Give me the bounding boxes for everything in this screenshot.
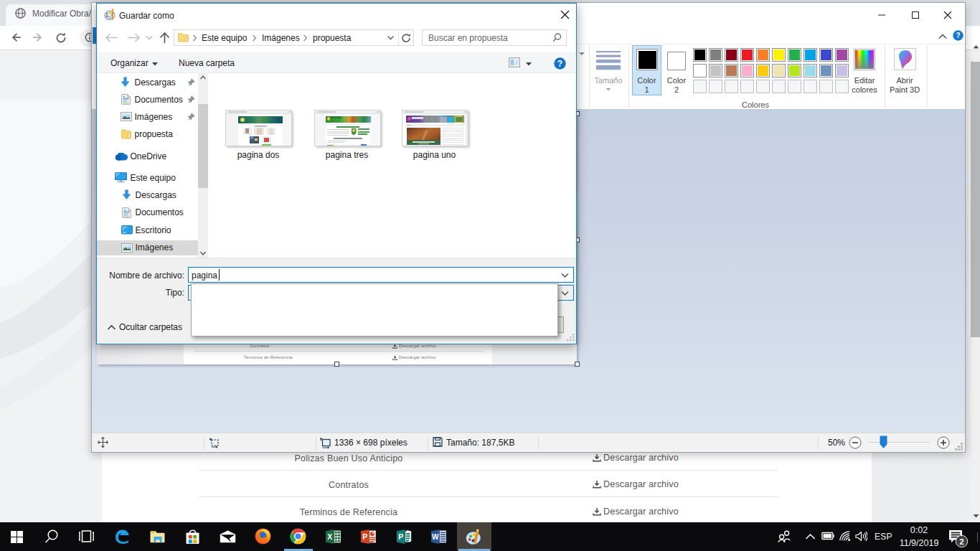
svg-text:?: ? bbox=[557, 59, 562, 69]
svg-text:P: P bbox=[362, 533, 367, 541]
svg-text:?: ? bbox=[956, 31, 960, 39]
svg-text:P: P bbox=[398, 533, 403, 541]
svg-text:W: W bbox=[432, 533, 439, 541]
svg-text:X: X bbox=[327, 533, 332, 541]
svg-text:2: 2 bbox=[959, 537, 963, 546]
